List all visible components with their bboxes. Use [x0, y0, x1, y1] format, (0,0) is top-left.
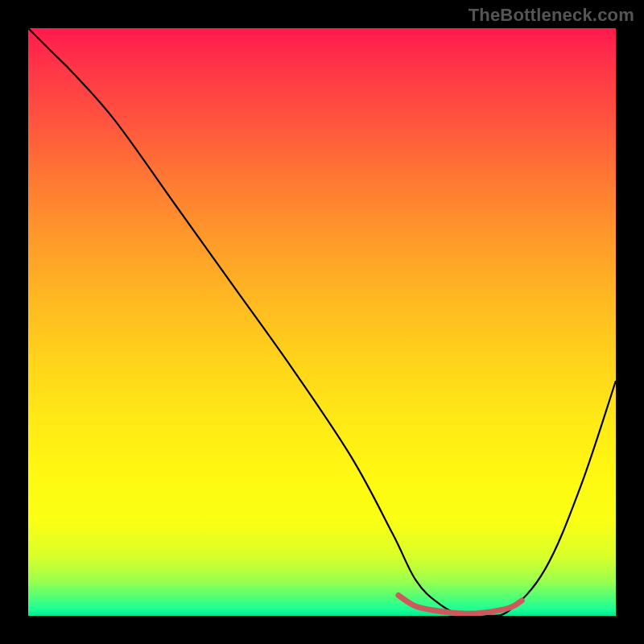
chart-frame: TheBottleneck.com [0, 0, 644, 644]
curve-svg [28, 28, 616, 616]
highlight-valley-path [398, 596, 522, 614]
watermark-text: TheBottleneck.com [469, 5, 634, 26]
bottleneck-curve-path [28, 28, 616, 616]
plot-area [28, 28, 616, 616]
